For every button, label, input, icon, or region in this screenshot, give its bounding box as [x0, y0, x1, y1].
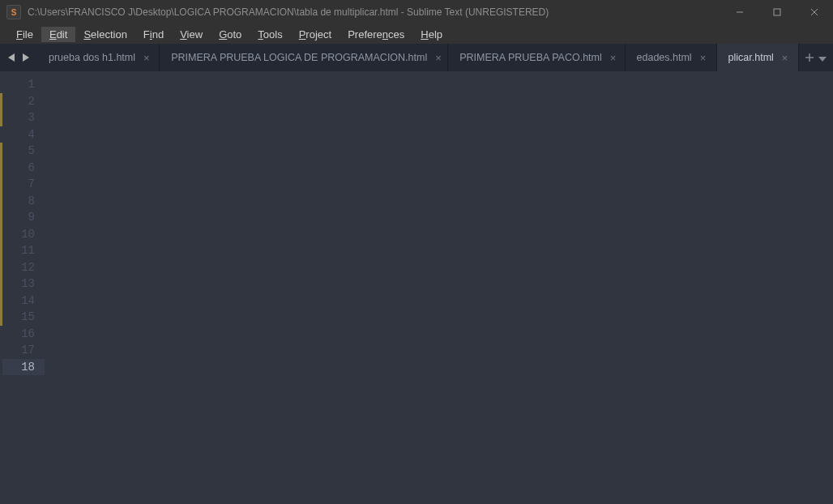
line-number: 6 [0, 160, 45, 177]
menu-help[interactable]: Help [412, 27, 451, 42]
svg-marker-4 [8, 53, 15, 62]
svg-marker-5 [23, 53, 29, 62]
line-number: 17 [2, 342, 45, 359]
tab-item[interactable]: PRIMERA PRUEBA LOGICA DE PROGRAMACION.ht… [160, 44, 448, 71]
svg-marker-8 [818, 57, 827, 62]
line-number: 7 [0, 176, 45, 193]
menu-tools[interactable]: Tools [250, 27, 290, 42]
line-number: 3 [0, 109, 45, 126]
minimap[interactable] [742, 71, 833, 504]
title-bar: S C:\Users\FRANCISCO J\Desktop\LOGICA PR… [0, 0, 833, 24]
close-button[interactable] [796, 0, 833, 24]
close-icon[interactable]: × [700, 53, 707, 63]
line-number: 14 [0, 293, 45, 310]
line-number: 9 [0, 209, 45, 226]
menu-find[interactable]: Find [135, 27, 172, 42]
svg-rect-1 [774, 9, 780, 15]
tab-prev-icon[interactable] [6, 53, 16, 62]
line-number: 2 [0, 93, 45, 110]
maximize-button[interactable] [758, 0, 796, 24]
window-title: C:\Users\FRANCISCO J\Desktop\LOGICA PROG… [28, 6, 549, 18]
line-number: 4 [2, 126, 45, 143]
tab-item[interactable]: PRIMERA PRUEBA PACO.html × [448, 44, 625, 71]
menu-goto[interactable]: Goto [211, 27, 250, 42]
new-tab-icon[interactable] [805, 50, 814, 65]
menu-edit[interactable]: Edit [41, 27, 75, 42]
tab-label: PRIMERA PRUEBA PACO.html [459, 52, 602, 63]
close-icon[interactable]: × [435, 53, 442, 63]
line-number: 18 [2, 359, 45, 376]
menu-file[interactable]: File [8, 27, 41, 42]
window-controls [721, 0, 833, 24]
line-number: 15 [0, 309, 45, 326]
tab-label: edades.html [637, 52, 692, 63]
tab-label: PRIMERA PRUEBA LOGICA DE PROGRAMACION.ht… [171, 52, 427, 63]
code-editor[interactable] [45, 71, 742, 504]
tab-extras [799, 44, 833, 71]
tabs: prueba dos h1.html × PRIMERA PRUEBA LOGI… [37, 44, 799, 71]
tab-label: prueba dos h1.html [49, 52, 135, 63]
editor-area: 1 2 3 4 5 6 7 8 9 10 11 12 13 14 15 16 1… [0, 71, 833, 504]
tab-item[interactable]: edades.html × [626, 44, 717, 71]
line-number: 8 [0, 193, 45, 210]
menu-view[interactable]: View [172, 27, 211, 42]
line-number: 1 [2, 76, 45, 93]
tab-bar: prueba dos h1.html × PRIMERA PRUEBA LOGI… [0, 44, 833, 71]
menu-project[interactable]: Project [291, 27, 340, 42]
line-number: 5 [0, 143, 45, 160]
close-icon[interactable]: × [143, 53, 150, 63]
menu-selection[interactable]: Selection [75, 27, 135, 42]
minimize-button[interactable] [721, 0, 758, 24]
tab-nav [0, 44, 37, 71]
close-icon[interactable]: × [782, 53, 788, 63]
tab-label: plicar.html [728, 52, 774, 63]
line-number: 13 [0, 275, 45, 293]
line-number: 12 [0, 259, 45, 276]
tab-next-icon[interactable] [21, 53, 31, 62]
tab-item-active[interactable]: plicar.html × [717, 44, 799, 71]
app-icon: S [6, 5, 21, 19]
menu-preferences[interactable]: Preferences [340, 27, 412, 42]
menu-bar: File Edit Selection Find View Goto Tools… [0, 24, 833, 44]
line-number: 11 [0, 242, 45, 259]
line-number: 16 [2, 326, 45, 343]
gutter: 1 2 3 4 5 6 7 8 9 10 11 12 13 14 15 16 1… [0, 71, 45, 504]
line-number: 10 [0, 226, 45, 243]
tab-dropdown-icon[interactable] [818, 50, 827, 65]
tab-item[interactable]: prueba dos h1.html × [37, 44, 160, 71]
close-icon[interactable]: × [610, 53, 617, 63]
